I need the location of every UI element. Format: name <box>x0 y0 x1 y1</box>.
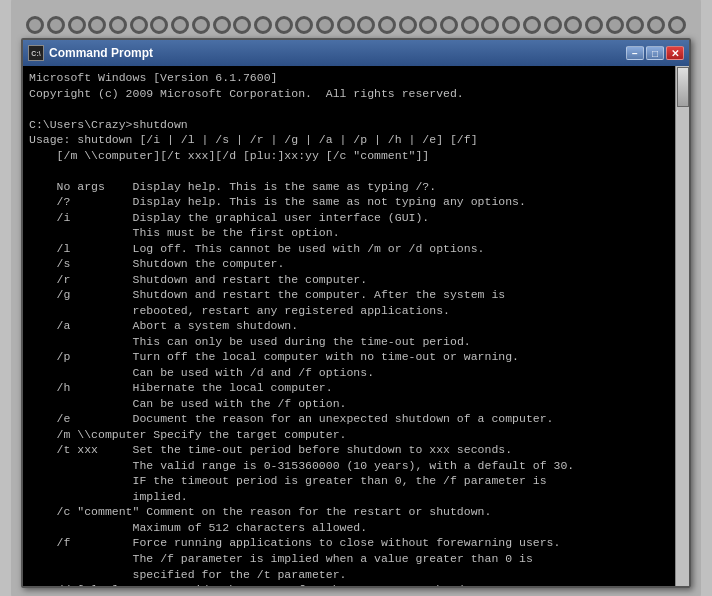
ring <box>26 16 44 34</box>
ring <box>109 16 127 34</box>
window-title: Command Prompt <box>49 46 153 60</box>
scrollbar-thumb[interactable] <box>677 67 689 107</box>
cmd-window: C:\ Command Prompt − □ ✕ Microsoft Windo… <box>21 38 691 588</box>
ring <box>88 16 106 34</box>
ring <box>481 16 499 34</box>
ring <box>461 16 479 34</box>
ring <box>378 16 396 34</box>
ring <box>275 16 293 34</box>
ring <box>585 16 603 34</box>
ring <box>544 16 562 34</box>
maximize-button[interactable]: □ <box>646 46 664 60</box>
ring <box>564 16 582 34</box>
console-area[interactable]: Microsoft Windows [Version 6.1.7600] Cop… <box>23 66 689 586</box>
notebook-border: C:\ Command Prompt − □ ✕ Microsoft Windo… <box>11 0 701 596</box>
ring <box>213 16 231 34</box>
ring <box>440 16 458 34</box>
ring <box>316 16 334 34</box>
scrollbar[interactable] <box>675 66 689 586</box>
ring <box>419 16 437 34</box>
title-bar: C:\ Command Prompt − □ ✕ <box>23 40 689 66</box>
window-controls: − □ ✕ <box>626 46 684 60</box>
ring <box>399 16 417 34</box>
close-button[interactable]: ✕ <box>666 46 684 60</box>
ring <box>647 16 665 34</box>
console-text: Microsoft Windows [Version 6.1.7600] Cop… <box>29 70 669 586</box>
ring <box>357 16 375 34</box>
ring <box>68 16 86 34</box>
ring <box>668 16 686 34</box>
title-bar-left: C:\ Command Prompt <box>28 45 153 61</box>
ring <box>130 16 148 34</box>
ring <box>523 16 541 34</box>
ring <box>233 16 251 34</box>
ring <box>254 16 272 34</box>
ring <box>192 16 210 34</box>
ring <box>150 16 168 34</box>
ring <box>606 16 624 34</box>
ring <box>295 16 313 34</box>
ring <box>47 16 65 34</box>
cmd-icon: C:\ <box>28 45 44 61</box>
ring <box>171 16 189 34</box>
minimize-button[interactable]: − <box>626 46 644 60</box>
console-content: Microsoft Windows [Version 6.1.7600] Cop… <box>29 70 669 586</box>
ring <box>337 16 355 34</box>
rings-row <box>21 16 691 34</box>
ring <box>502 16 520 34</box>
ring <box>626 16 644 34</box>
